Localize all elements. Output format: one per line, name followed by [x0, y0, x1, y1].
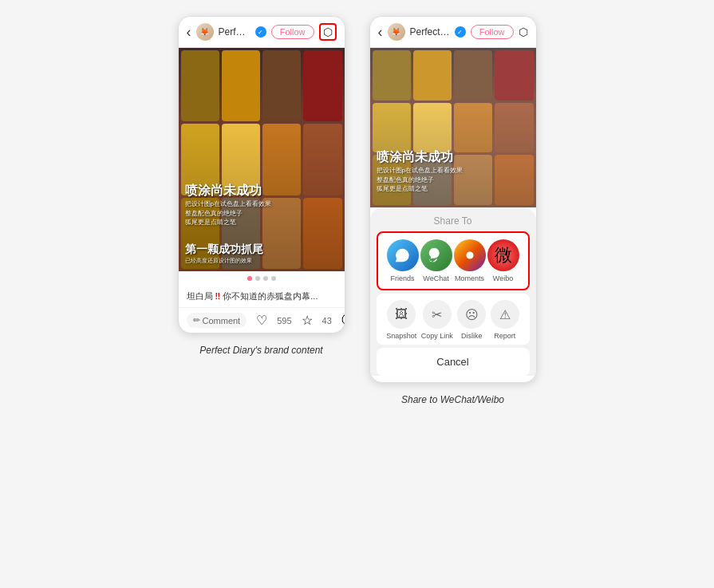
cancel-button[interactable]: Cancel — [377, 348, 530, 376]
share-dislike[interactable]: ☹ Dislike — [457, 300, 486, 340]
left-verified-badge: ✓ — [255, 26, 266, 37]
right-main-overlay-text: 喷涂尚未成功 — [377, 149, 530, 166]
left-phone: ‹ 🦊 Perfect Diary完美... ✓ Follow ⬡ — [178, 16, 345, 333]
weibo-icon: 微 — [487, 239, 519, 271]
star-icon[interactable]: ☆ — [302, 313, 313, 328]
right-content-image: 喷涂尚未成功 把设计图p在试色盘上看看效果 整盘配色真的绝绝子 狐尾更是点睛之笔 — [370, 48, 536, 207]
share-to-title: Share To — [370, 207, 536, 231]
caption-text: 你不知道的赤狐盘内幕... — [223, 291, 318, 301]
share-weibo[interactable]: 微 Weibo — [487, 239, 519, 282]
sub-overlay-text-2: 整盘配色真的绝绝子 — [185, 209, 338, 218]
dislike-label: Dislike — [461, 332, 483, 340]
dot-3 — [263, 276, 268, 281]
friends-icon — [387, 239, 419, 271]
caption-prefix: 坦白局 — [187, 291, 215, 301]
carousel-dots — [179, 271, 345, 286]
right-sub-text-2: 整盘配色真的绝绝子 — [377, 176, 530, 184]
right-logo-icon: 🦊 — [388, 23, 405, 41]
right-phone: ‹ 🦊 Perfect Diary完美... ✓ Follow ⬡ — [369, 16, 537, 383]
report-icon: ⚠ — [491, 300, 519, 329]
copylink-label: Copy Link — [421, 332, 453, 340]
left-header: ‹ 🦊 Perfect Diary完美... ✓ Follow ⬡ — [179, 17, 345, 48]
share-report[interactable]: ⚠ Report — [491, 300, 519, 340]
share-friends[interactable]: Friends — [387, 239, 419, 282]
right-follow-button[interactable]: Follow — [471, 25, 514, 39]
left-back-button[interactable]: ‹ — [187, 24, 191, 41]
bottom-sub-text: 已经高度还原设计图的效果 — [185, 257, 338, 265]
post-actions: ✏ Comment ♡ 595 ☆ 43 💬 85 — [179, 307, 345, 333]
right-sub-text: 把设计图p在试色盘上看看效果 — [377, 166, 530, 175]
right-share-icon[interactable]: ⬡ — [519, 26, 528, 38]
stars-count: 43 — [322, 316, 332, 326]
friends-label: Friends — [390, 274, 414, 282]
comment-icon: ✏ — [193, 315, 200, 326]
left-phone-container: ‹ 🦊 Perfect Diary完美... ✓ Follow ⬡ — [178, 16, 345, 356]
svg-point-0 — [466, 251, 473, 258]
right-verified-badge: ✓ — [455, 26, 466, 37]
share-secondary-row: 🖼 Snapshot ✂ Copy Link ☹ Dislike ⚠ Repor… — [377, 294, 530, 345]
left-content-image: 喷涂尚未成功 把设计图p在试色盘上看看效果 整盘配色真的绝绝子 狐尾更是点睛之笔… — [179, 48, 345, 271]
right-image-overlay: 喷涂尚未成功 把设计图p在试色盘上看看效果 整盘配色真的绝绝子 狐尾更是点睛之笔 — [370, 48, 536, 207]
image-overlay: 喷涂尚未成功 把设计图p在试色盘上看看效果 整盘配色真的绝绝子 狐尾更是点睛之笔… — [179, 48, 345, 271]
left-logo-icon: 🦊 — [196, 23, 214, 41]
post-caption: 坦白局 ‼ 你不知道的赤狐盘内幕... — [179, 286, 345, 307]
share-panel: Share To Friends — [370, 207, 536, 376]
share-moments[interactable]: Moments — [454, 239, 486, 282]
dot-1 — [247, 276, 252, 281]
dot-2 — [255, 276, 260, 281]
moments-icon — [454, 239, 486, 271]
left-account-name: Perfect Diary完美... — [219, 26, 250, 39]
report-label: Report — [494, 332, 515, 340]
snapshot-label: Snapshot — [386, 332, 416, 340]
sub-overlay-text-1: 把设计图p在试色盘上看看效果 — [185, 199, 338, 208]
right-phone-container: ‹ 🦊 Perfect Diary完美... ✓ Follow ⬡ — [369, 16, 537, 405]
bottom-overlay-text: 第一颗成功抓尾 — [185, 243, 338, 257]
wechat-icon — [420, 239, 452, 271]
share-wechat[interactable]: WeChat — [420, 239, 452, 282]
weibo-label: Weibo — [493, 274, 513, 282]
comment-button[interactable]: ✏ Comment — [187, 313, 247, 328]
likes-count: 595 — [277, 316, 291, 326]
copylink-icon: ✂ — [423, 300, 452, 329]
comment-label: Comment — [203, 316, 241, 326]
left-share-icon[interactable]: ⬡ — [319, 23, 337, 41]
main-overlay-text: 喷涂尚未成功 — [185, 183, 338, 199]
dislike-icon: ☹ — [457, 300, 486, 329]
share-snapshot[interactable]: 🖼 Snapshot — [386, 300, 416, 340]
left-caption: Perfect Diary's brand content — [199, 345, 322, 356]
right-caption: Share to WeChat/Weibo — [401, 394, 504, 405]
wechat-label: WeChat — [423, 274, 448, 282]
right-back-button[interactable]: ‹ — [378, 24, 383, 41]
dot-4 — [271, 276, 276, 281]
chat-icon[interactable]: 💬 — [341, 313, 345, 328]
moments-label: Moments — [455, 274, 484, 282]
left-follow-button[interactable]: Follow — [271, 25, 314, 39]
share-apps-row: Friends WeChat — [377, 231, 530, 290]
right-header: ‹ 🦊 Perfect Diary完美... ✓ Follow ⬡ — [370, 17, 536, 48]
snapshot-icon: 🖼 — [387, 300, 416, 329]
right-sub-text-3: 狐尾更是点睛之笔 — [377, 184, 530, 193]
heart-icon[interactable]: ♡ — [256, 313, 267, 328]
caption-highlight: ‼ — [215, 291, 221, 301]
sub-overlay-text-3: 狐尾更是点睛之笔 — [185, 218, 338, 227]
right-account-name: Perfect Diary完美... — [410, 26, 450, 39]
share-copylink[interactable]: ✂ Copy Link — [421, 300, 453, 340]
